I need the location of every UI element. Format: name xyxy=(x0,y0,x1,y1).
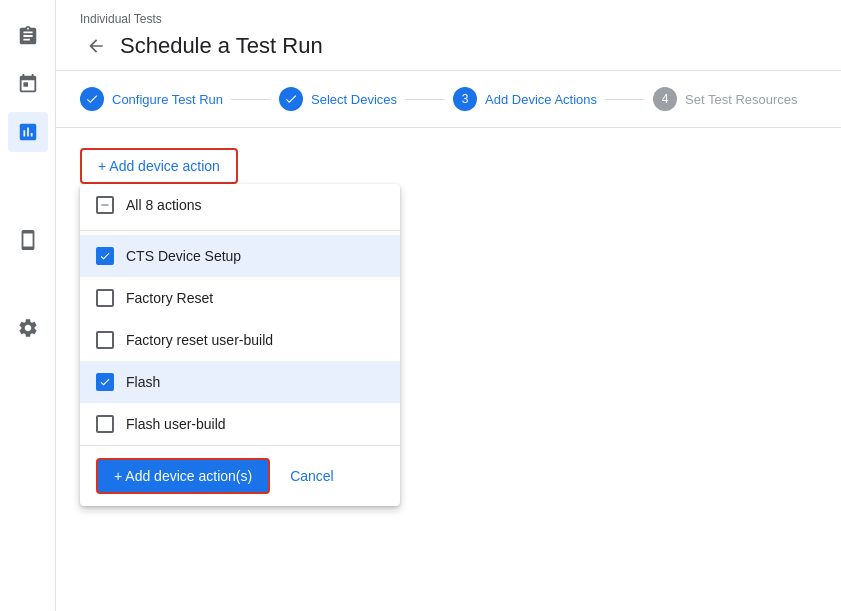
sidebar-item-settings[interactable] xyxy=(8,308,48,348)
step-1-circle xyxy=(80,87,104,111)
back-button[interactable] xyxy=(80,30,112,62)
add-device-action-button[interactable]: + Add device action xyxy=(80,148,238,184)
step-configure: Configure Test Run xyxy=(80,87,223,111)
step-divider-3 xyxy=(605,99,645,100)
sidebar xyxy=(0,0,56,611)
dropdown-footer: + Add device action(s) Cancel xyxy=(80,445,400,506)
step-4-label: Set Test Resources xyxy=(685,92,797,107)
step-4-number: 4 xyxy=(662,92,669,106)
list-item-flash[interactable]: Flash xyxy=(80,361,400,403)
checkbox-factory-reset-user-build xyxy=(96,331,114,349)
step-3-circle: 3 xyxy=(453,87,477,111)
step-set-test-resources: 4 Set Test Resources xyxy=(653,87,797,111)
checkbox-flash-user-build xyxy=(96,415,114,433)
item-label-flash: Flash xyxy=(126,374,160,390)
action-dropdown: All 8 actions CTS Device Setup Factory R… xyxy=(80,184,400,506)
list-item-factory-reset-user-build[interactable]: Factory reset user-build xyxy=(80,319,400,361)
breadcrumb: Individual Tests xyxy=(80,12,817,26)
step-3-label: Add Device Actions xyxy=(485,92,597,107)
step-divider-2 xyxy=(405,99,445,100)
list-item-flash-user-build[interactable]: Flash user-build xyxy=(80,403,400,445)
step-2-label: Select Devices xyxy=(311,92,397,107)
step-1-label: Configure Test Run xyxy=(112,92,223,107)
list-item-all[interactable]: All 8 actions xyxy=(80,184,400,226)
header: Individual Tests Schedule a Test Run xyxy=(56,0,841,71)
step-add-device-actions: 3 Add Device Actions xyxy=(453,87,597,111)
step-4-circle: 4 xyxy=(653,87,677,111)
checkbox-cts-device-setup xyxy=(96,247,114,265)
cancel-button[interactable]: Cancel xyxy=(282,460,342,492)
checkbox-flash xyxy=(96,373,114,391)
item-label-factory-reset: Factory Reset xyxy=(126,290,213,306)
main-content: Individual Tests Schedule a Test Run Con… xyxy=(56,0,841,611)
sidebar-item-device[interactable] xyxy=(8,220,48,260)
item-label-flash-user-build: Flash user-build xyxy=(126,416,226,432)
list-item-factory-reset[interactable]: Factory Reset xyxy=(80,277,400,319)
sidebar-item-calendar[interactable] xyxy=(8,64,48,104)
item-label-cts-device-setup: CTS Device Setup xyxy=(126,248,241,264)
list-divider xyxy=(80,230,400,231)
step-select-devices: Select Devices xyxy=(279,87,397,111)
checkbox-all xyxy=(96,196,114,214)
stepper: Configure Test Run Select Devices 3 Add … xyxy=(56,71,841,128)
action-list: All 8 actions CTS Device Setup Factory R… xyxy=(80,184,400,445)
checkbox-factory-reset xyxy=(96,289,114,307)
add-device-actions-button[interactable]: + Add device action(s) xyxy=(96,458,270,494)
step-3-number: 3 xyxy=(462,92,469,106)
item-label-factory-reset-user-build: Factory reset user-build xyxy=(126,332,273,348)
content-area: + Add device action All 8 actions C xyxy=(56,128,841,611)
item-label-all: All 8 actions xyxy=(126,197,201,213)
step-divider-1 xyxy=(231,99,271,100)
list-item-cts-device-setup[interactable]: CTS Device Setup xyxy=(80,235,400,277)
step-2-circle xyxy=(279,87,303,111)
sidebar-item-clipboard[interactable] xyxy=(8,16,48,56)
sidebar-item-analytics[interactable] xyxy=(8,112,48,152)
page-title: Schedule a Test Run xyxy=(120,33,323,59)
